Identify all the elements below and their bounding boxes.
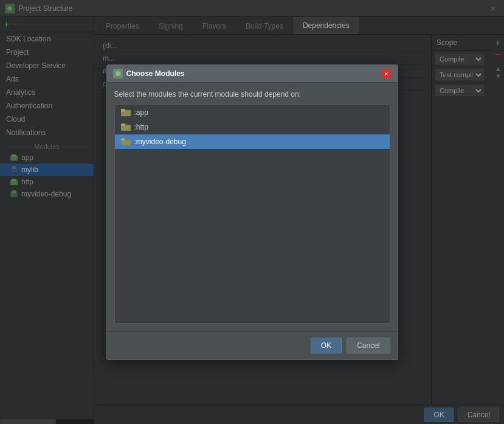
- choose-modules-dialog: Choose Modules × Select the modules the …: [106, 64, 398, 360]
- folder-icon-http: [121, 123, 131, 131]
- module-list-item-app[interactable]: :app: [115, 105, 390, 120]
- svg-rect-13: [121, 123, 125, 127]
- modal-overlay: Choose Modules × Select the modules the …: [0, 0, 504, 424]
- module-list[interactable]: :app :http :myvideo-debug: [114, 105, 390, 324]
- modal-body: Select the modules the current module sh…: [107, 83, 398, 331]
- modal-ok-button[interactable]: OK: [311, 338, 342, 353]
- modal-description: Select the modules the current module sh…: [114, 90, 390, 99]
- modal-icon: [113, 69, 123, 78]
- modal-close-button[interactable]: ×: [382, 69, 392, 78]
- folder-icon-app: [121, 108, 131, 117]
- modal-cancel-button[interactable]: Cancel: [347, 338, 390, 353]
- svg-point-9: [116, 71, 120, 76]
- folder-icon-myvideo: [121, 137, 131, 146]
- svg-rect-11: [121, 109, 125, 112]
- module-list-item-myvideo-debug[interactable]: :myvideo-debug: [115, 134, 390, 149]
- svg-rect-15: [121, 138, 125, 141]
- modal-title-bar: Choose Modules ×: [107, 65, 398, 83]
- modal-title: Choose Modules: [126, 69, 185, 78]
- modal-footer: OK Cancel: [107, 331, 398, 360]
- module-list-item-http[interactable]: :http: [115, 120, 390, 134]
